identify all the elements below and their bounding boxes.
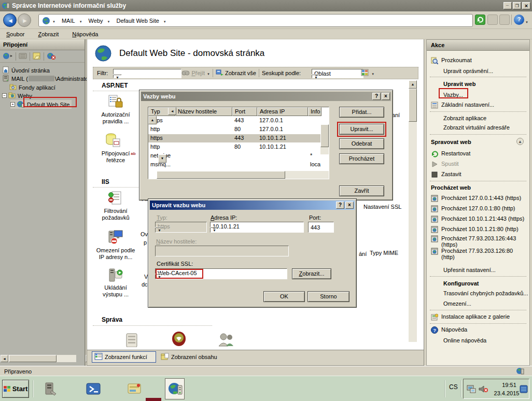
iis-manager-users-icon[interactable] (217, 333, 235, 348)
dialog-titlebar[interactable]: Vazby webu × (141, 92, 391, 101)
expand-icon[interactable] (10, 102, 15, 107)
action-edit-permissions[interactable]: Upravit oprávnění... (443, 68, 532, 74)
group-by-dropdown-button[interactable] (312, 74, 320, 75)
view-cert-button[interactable]: Zobrazit... (292, 268, 331, 279)
add-button[interactable]: Přidat... (339, 107, 384, 118)
volume-muted-tray-icon[interactable] (478, 384, 488, 395)
action-advanced-settings[interactable]: Upřesnit nastavení... (443, 267, 532, 273)
list-scroll-up-button[interactable] (148, 116, 157, 124)
menu-view[interactable]: Zobrazit (38, 31, 59, 37)
filter-input[interactable] (113, 69, 181, 78)
group-by-select[interactable]: Oblast (312, 69, 363, 78)
action-install-from-gallery[interactable]: Instalace aplikace z galerie (431, 313, 526, 322)
cancel-button[interactable]: Storno (307, 291, 349, 302)
dialog-close-button[interactable]: × (345, 202, 354, 209)
tray-clock[interactable]: 19:51 (496, 382, 523, 388)
action-browse-4[interactable]: Procházet 10.10.1.21:80 (http) (431, 226, 526, 234)
action-browse-2[interactable]: Procházet 127.0.0.1:80 (http) (431, 205, 526, 213)
help-dropdown-icon[interactable] (525, 18, 528, 24)
show-all-button[interactable]: Zobrazit vše (225, 70, 256, 76)
action-restart[interactable]: Restartovat (431, 150, 526, 159)
back-button[interactable] (3, 13, 17, 27)
tray-date[interactable]: 23.4.2015 (491, 390, 523, 396)
binding-row[interactable]: net.pipe* (148, 152, 321, 160)
action-browse-3[interactable]: Procházet 10.10.1.21:443 (https) (431, 216, 526, 224)
scroll-track[interactable] (409, 89, 417, 342)
filter-dropdown-button[interactable] (113, 74, 121, 75)
menu-help[interactable]: Nápověda (72, 31, 98, 37)
binding-row[interactable]: http8010.10.1.21 (148, 143, 321, 151)
iis-manager-active-task[interactable] (165, 378, 185, 399)
column-hostname[interactable]: Název hostitele (175, 107, 232, 116)
view-dropdown-icon[interactable] (371, 70, 374, 76)
action-online-help[interactable]: Online nápověda (443, 337, 532, 343)
ok-button[interactable]: OK (263, 291, 305, 302)
edit-button[interactable]: Upravit... (339, 124, 384, 135)
dialog-titlebar[interactable]: Upravit vazbu webu × (150, 200, 355, 210)
network-tray-icon[interactable] (467, 384, 476, 395)
dialog-close-button[interactable]: × (382, 93, 390, 100)
breadcrumb-dropdown-icon[interactable] (163, 18, 166, 24)
start-button[interactable]: Start (2, 380, 29, 398)
close-dialog-button[interactable]: Zavřít (339, 185, 384, 196)
menu-file[interactable]: Soubor (6, 31, 24, 37)
collapse-icon[interactable] (2, 93, 7, 98)
action-limits[interactable]: Omezení... (443, 300, 532, 307)
config-tool-launcher-icon[interactable] (127, 381, 142, 397)
close-button[interactable] (522, 2, 530, 9)
save-connections-icon[interactable] (32, 52, 41, 61)
scroll-thumb[interactable] (409, 89, 417, 122)
ip-dropdown-button[interactable] (210, 227, 218, 228)
view-grid-icon[interactable] (361, 69, 369, 78)
breadcrumb-item-site[interactable]: Default Web Site (116, 18, 159, 24)
content-vscrollbar[interactable] (409, 80, 417, 350)
breadcrumb-item-sites[interactable]: Weby (89, 18, 103, 24)
list-scroll-thumb[interactable] (320, 124, 329, 147)
column-port[interactable]: Port (232, 107, 257, 116)
feature-output-caching[interactable]: Ukládání výstupu ... (93, 267, 138, 298)
collapse-section-button[interactable]: ▲ (516, 138, 524, 145)
tree-item-server[interactable]: MAIL (\Administrator) (2, 74, 92, 83)
tree-item-app-pools[interactable]: Fondy aplikací (9, 83, 55, 92)
scroll-thumb[interactable] (9, 355, 57, 362)
browse-button[interactable]: Procházet (339, 153, 384, 164)
tree-item-sites[interactable]: Weby (2, 91, 32, 100)
dialog-help-button[interactable] (336, 202, 344, 209)
action-help[interactable]: ? Nápověda (431, 326, 526, 335)
bindings-list[interactable]: Typ Název hostitele Port Adresa IP Info … (148, 107, 329, 179)
action-stop[interactable]: Zastavit (431, 171, 526, 179)
breadcrumb-dropdown-icon[interactable] (107, 18, 110, 24)
breadcrumb-dropdown-icon[interactable] (79, 18, 82, 24)
feature-mime-types[interactable]: Typy MIME (370, 250, 398, 256)
cert-select[interactable]: Web-CAcert-05 (155, 268, 287, 279)
column-ip[interactable]: Adresa IP (257, 107, 308, 116)
rdp-tray-icon[interactable] (520, 385, 528, 394)
breadcrumb-dropdown-icon[interactable] (52, 18, 55, 24)
binding-row-selected[interactable]: https44310.10.1.21 (148, 134, 320, 142)
port-input[interactable] (308, 222, 334, 233)
action-basic-settings[interactable]: Základní nastavení... (431, 102, 526, 110)
ip-select[interactable]: 10.10.1.21 (210, 222, 304, 233)
binding-row[interactable]: https443127.0.0.1 (148, 117, 321, 125)
list-scroll-down-button[interactable] (158, 154, 166, 163)
delete-connection-icon[interactable] (46, 52, 57, 61)
feature-connection-strings[interactable]: Připojovací řetězce (93, 133, 138, 164)
action-failed-request-tracing[interactable]: Trasování chybných požadavků... (443, 290, 532, 296)
language-indicator[interactable]: CS (449, 383, 458, 391)
binding-row[interactable]: msmq...loca (148, 161, 321, 169)
cert-dropdown-button[interactable] (155, 274, 163, 275)
mailenable-launcher-icon[interactable]: ME (146, 398, 161, 401)
tab-content-view[interactable]: Zobrazení obsahu (159, 351, 220, 363)
create-connection-icon[interactable] (2, 52, 13, 61)
tree-item-default-web-site[interactable]: Default Web Site (10, 100, 72, 109)
help-icon[interactable] (514, 15, 524, 25)
feature-request-filtering[interactable]: Filtrování požadavků (93, 191, 138, 221)
action-browse-6[interactable]: Procházet 77.93.203.126:80 (http) (431, 248, 518, 260)
list-scroll-left-button[interactable] (168, 107, 176, 115)
action-bindings[interactable]: Vazby... (443, 92, 532, 98)
binding-row[interactable]: http80127.0.0.1 (148, 125, 321, 134)
action-browse-5[interactable]: Procházet 77.93.203.126:443 (https) (431, 235, 518, 248)
action-view-virtual-dirs[interactable]: Zobrazit virtuální adresáře (443, 124, 532, 131)
connections-hscrollbar[interactable] (1, 355, 84, 363)
scroll-up-button[interactable] (409, 80, 417, 89)
